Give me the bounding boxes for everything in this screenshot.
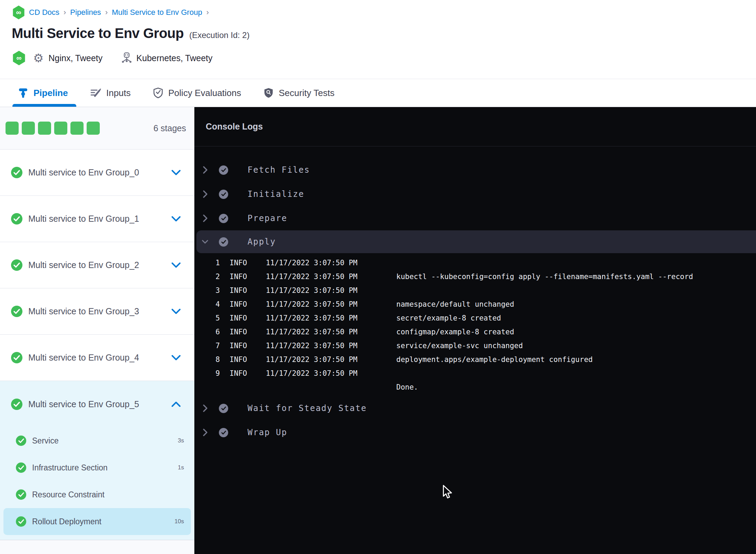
log-line: 7INFO11/17/2022 3:07:50 PMservice/exampl…: [194, 339, 756, 353]
stage-square: [70, 122, 84, 135]
substep-infrastructure[interactable]: Infrastructure Section 1s: [0, 454, 194, 481]
page-header: ∞ CD Docs › Pipelines › Multi Service to…: [0, 0, 756, 79]
chevron-right-icon[interactable]: [202, 214, 209, 222]
chevron-down-icon[interactable]: [172, 170, 181, 175]
substep-rollout-deployment[interactable]: Rollout Deployment 10s: [3, 508, 191, 535]
breadcrumb-separator: ›: [206, 8, 209, 17]
infrastructure-label: Kubernetes, Tweety: [136, 53, 213, 63]
console-logs-panel: Console Logs Fetch Files Initialize Prep…: [194, 107, 756, 554]
step-success-icon: [219, 214, 228, 223]
execution-id: (Execution Id: 2): [189, 30, 250, 40]
success-check-icon: [11, 399, 22, 410]
console-step-initialize[interactable]: Initialize: [194, 182, 756, 206]
console-step-apply[interactable]: Apply: [196, 230, 756, 253]
stage-row[interactable]: Multi service to Env Group_2: [0, 242, 194, 288]
stage-square: [54, 122, 67, 135]
breadcrumb-separator: ›: [105, 8, 108, 17]
substep-duration: 1s: [178, 464, 184, 471]
breadcrumb-pipeline-name[interactable]: Multi Service to Env Group: [112, 8, 202, 17]
log-line: 6INFO11/17/2022 3:07:50 PMconfigmap/exam…: [194, 325, 756, 339]
chevron-right-icon[interactable]: [202, 404, 209, 412]
breadcrumb: ∞ CD Docs › Pipelines › Multi Service to…: [0, 0, 756, 19]
harness-module-icon: ∞: [12, 6, 25, 19]
chevron-up-icon[interactable]: [172, 401, 181, 407]
log-line: 9INFO11/17/2022 3:07:50 PM: [194, 366, 756, 380]
stage-square: [22, 122, 35, 135]
stage-row[interactable]: Multi service to Env Group_3: [0, 288, 194, 335]
stage-progress-squares: [6, 122, 100, 135]
services-label: Nginx, Tweety: [48, 53, 103, 63]
tab-bar: Pipeline Inputs Policy Evaluations: [0, 79, 756, 107]
console-step-wait-for-steady-state[interactable]: Wait for Steady State: [194, 396, 756, 420]
success-check-icon: [11, 167, 22, 178]
infrastructure-icon: [121, 52, 132, 64]
harness-module-icon: ∞: [12, 51, 26, 65]
breadcrumb-separator: ›: [64, 8, 66, 17]
log-line: 1INFO11/17/2022 3:07:50 PM: [194, 256, 756, 270]
log-line: 2INFO11/17/2022 3:07:50 PMkubectl --kube…: [194, 270, 756, 284]
policy-evaluations-tab-icon: [153, 87, 163, 98]
console-logs-title: Console Logs: [206, 122, 263, 132]
success-check-icon: [11, 213, 22, 225]
substep-service[interactable]: Service 3s: [0, 427, 194, 454]
expanded-stage-section: Multi service to Env Group_5 Service 3s …: [0, 381, 194, 540]
log-line: 8INFO11/17/2022 3:07:50 PMdeployment.app…: [194, 353, 756, 366]
chevron-down-icon[interactable]: [172, 216, 181, 222]
stages-summary: 6 stages: [0, 107, 194, 150]
tab-pipeline[interactable]: Pipeline: [18, 79, 68, 107]
console-step-fetch-files[interactable]: Fetch Files: [194, 158, 756, 182]
console-step-prepare[interactable]: Prepare: [194, 206, 756, 230]
stage-row-expanded[interactable]: Multi service to Env Group_5: [0, 381, 194, 427]
success-check-icon: [16, 462, 26, 473]
sidebar-filler: [0, 540, 194, 554]
cursor-pointer: [443, 485, 455, 500]
stage-square: [38, 122, 51, 135]
chevron-down-icon[interactable]: [202, 239, 209, 245]
chevron-right-icon[interactable]: [202, 166, 209, 174]
step-success-icon: [219, 404, 228, 413]
step-success-icon: [219, 428, 228, 437]
chevron-down-icon[interactable]: [172, 309, 181, 314]
inputs-tab-icon: [90, 88, 101, 98]
success-check-icon: [16, 489, 26, 500]
success-check-icon: [11, 306, 22, 317]
breadcrumb-cd-docs[interactable]: CD Docs: [29, 8, 59, 17]
success-check-icon: [11, 259, 22, 271]
stage-row[interactable]: Multi service to Env Group_0: [0, 150, 194, 196]
log-line-done: Done.: [194, 380, 756, 394]
console-log-output: 1INFO11/17/2022 3:07:50 PM 2INFO11/17/20…: [194, 253, 756, 396]
log-line: 3INFO11/17/2022 3:07:50 PM: [194, 284, 756, 297]
step-success-icon: [219, 190, 228, 199]
chevron-down-icon[interactable]: [172, 262, 181, 268]
stage-row[interactable]: Multi service to Env Group_4: [0, 335, 194, 381]
log-line: 5INFO11/17/2022 3:07:50 PMsecret/example…: [194, 311, 756, 325]
pipeline-tab-icon: [18, 87, 28, 98]
tab-policy-evaluations[interactable]: Policy Evaluations: [153, 79, 241, 107]
success-check-icon: [16, 516, 26, 527]
chevron-right-icon[interactable]: [202, 190, 209, 198]
substep-duration: 3s: [178, 437, 184, 444]
security-tests-tab-icon: [263, 87, 274, 98]
stage-square: [6, 122, 19, 135]
substep-resource-constraint[interactable]: Resource Constraint: [0, 481, 194, 508]
success-check-icon: [16, 436, 26, 446]
chevron-down-icon[interactable]: [172, 355, 181, 361]
substep-duration: 10s: [175, 518, 184, 525]
stage-row[interactable]: Multi service to Env Group_1: [0, 196, 194, 242]
page-title: Multi Service to Env Group: [12, 26, 184, 41]
success-check-icon: [11, 352, 22, 363]
stages-sidebar: 6 stages Multi service to Env Group_0 Mu…: [0, 107, 194, 554]
stage-square: [87, 122, 100, 135]
step-success-icon: [219, 165, 228, 175]
log-line: 4INFO11/17/2022 3:07:50 PMnamespace/defa…: [194, 297, 756, 311]
chevron-right-icon[interactable]: [202, 428, 209, 437]
console-step-wrap-up[interactable]: Wrap Up: [194, 420, 756, 445]
breadcrumb-pipelines[interactable]: Pipelines: [70, 8, 101, 17]
step-success-icon: [219, 237, 228, 247]
tab-security-tests[interactable]: Security Tests: [263, 79, 335, 107]
gear-icon: ⚙: [33, 52, 43, 64]
tab-inputs[interactable]: Inputs: [90, 79, 131, 107]
stages-count-label: 6 stages: [153, 123, 186, 133]
